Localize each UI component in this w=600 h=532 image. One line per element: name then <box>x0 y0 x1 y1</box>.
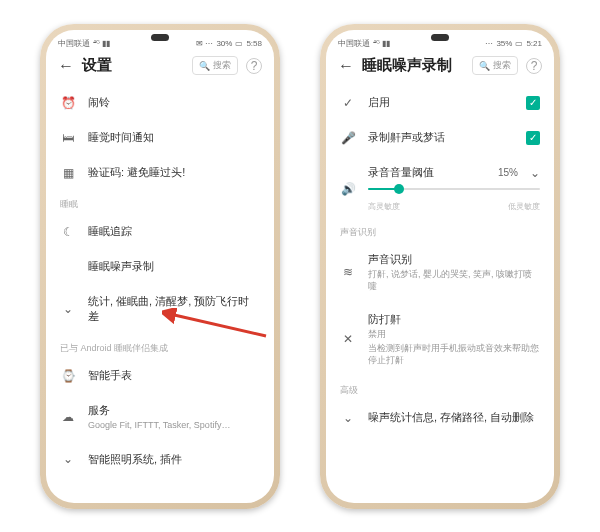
antisnore-icon: ✕ <box>340 332 356 346</box>
alarm-icon: ⏰ <box>60 96 76 110</box>
clock: 5:21 <box>526 39 542 48</box>
battery: 30% <box>216 39 232 48</box>
row-antisnore[interactable]: ✕防打鼾禁用当检测到鼾声时用手机振动或音效来帮助您停止打鼾 <box>326 302 554 376</box>
checkbox-on[interactable]: ✓ <box>526 96 540 110</box>
watch-icon: ⌚ <box>60 369 76 383</box>
section-detect: 声音识别 <box>326 218 554 242</box>
row-noise-recording[interactable]: 睡眠噪声录制 <box>46 249 274 284</box>
cloud-icon: ☁ <box>60 410 76 424</box>
carrier: 中国联通 <box>58 38 90 49</box>
row-enable[interactable]: ✓启用✓ <box>326 85 554 120</box>
search-icon: 🔍 <box>479 61 490 71</box>
row-snoretalk[interactable]: 🎤录制鼾声或梦话✓ <box>326 120 554 155</box>
row-tracking[interactable]: ☾睡眠追踪 <box>46 214 274 249</box>
chevron-down-icon: ⌄ <box>60 302 76 316</box>
row-services[interactable]: ☁服务Google Fit, IFTTT, Tasker, Spotify… <box>46 393 274 442</box>
row-lighting[interactable]: ⌄智能照明系统, 插件 <box>46 442 274 477</box>
row-captcha[interactable]: ▦验证码: 避免睡过头! <box>46 155 274 190</box>
back-icon[interactable]: ← <box>58 57 74 75</box>
chevron-down-icon: ⌄ <box>340 411 356 425</box>
search-icon: 🔍 <box>199 61 210 71</box>
row-smartwatch[interactable]: ⌚智能手表 <box>46 358 274 393</box>
wave-icon: ≋ <box>340 265 356 279</box>
row-adv-stats[interactable]: ⌄噪声统计信息, 存储路径, 自动删除 <box>326 400 554 435</box>
row-stats[interactable]: ⌄统计, 催眠曲, 清醒梦, 预防飞行时差 <box>46 284 274 334</box>
section-sleep: 睡眠 <box>46 190 274 214</box>
search-input[interactable]: 🔍搜索 <box>472 56 518 75</box>
back-icon[interactable]: ← <box>338 57 354 75</box>
qr-icon: ▦ <box>60 166 76 180</box>
page-title: 设置 <box>82 56 184 75</box>
bed-icon: 🛏 <box>60 131 76 145</box>
search-input[interactable]: 🔍搜索 <box>192 56 238 75</box>
checkbox-on[interactable]: ✓ <box>526 131 540 145</box>
sens-low: 低灵敏度 <box>508 201 540 212</box>
page-title: 睡眠噪声录制 <box>362 56 464 75</box>
sens-high: 高灵敏度 <box>368 201 400 212</box>
chevron-down-icon: ⌄ <box>60 452 76 466</box>
row-bedtime[interactable]: 🛏睡觉时间通知 <box>46 120 274 155</box>
row-threshold[interactable]: 🔊录音音量阈值15%⌄ <box>326 155 554 182</box>
battery: 35% <box>496 39 512 48</box>
moon-icon: ☾ <box>60 225 76 239</box>
row-alarm[interactable]: ⏰闹铃 <box>46 85 274 120</box>
volume-icon: 🔊 <box>340 182 356 196</box>
check-icon: ✓ <box>340 96 356 110</box>
help-icon[interactable]: ? <box>526 58 542 74</box>
volume-slider[interactable] <box>368 188 540 190</box>
help-icon[interactable]: ? <box>246 58 262 74</box>
mic-icon: 🎤 <box>340 131 356 145</box>
section-advanced: 高级 <box>326 376 554 400</box>
section-android: 已与 Android 睡眠伴侣集成 <box>46 334 274 358</box>
carrier: 中国联通 <box>338 38 370 49</box>
row-sound-detect[interactable]: ≋声音识别打鼾, 说梦话, 婴儿的哭笑, 笑声, 咳嗽打喷嚏 <box>326 242 554 302</box>
clock: 5:58 <box>246 39 262 48</box>
chevron-down-icon: ⌄ <box>530 166 540 180</box>
